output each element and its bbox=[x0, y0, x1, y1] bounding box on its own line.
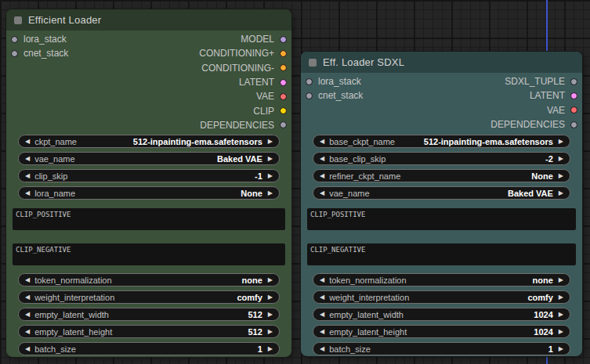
increment-arrow-icon[interactable]: ▶ bbox=[268, 139, 273, 145]
decrement-arrow-icon[interactable]: ◀ bbox=[25, 277, 30, 283]
output-port-dot[interactable] bbox=[280, 121, 287, 128]
widget-label: batch_size bbox=[34, 344, 76, 354]
clip-negative-textarea[interactable]: CLIP_NEGATIVE bbox=[307, 243, 576, 265]
output-port-dot[interactable] bbox=[280, 64, 287, 71]
graph-canvas[interactable]: Efficient Loader lora_stack cnet_stack M… bbox=[0, 0, 590, 364]
widget-base-clip-skip[interactable]: ◀ base_clip_skip -2 ▶ bbox=[313, 152, 570, 165]
output-port-dot[interactable] bbox=[280, 79, 287, 86]
widget-label: lora_name bbox=[34, 189, 75, 198]
widget-ckpt-name[interactable]: ◀ ckpt_name 512-inpainting-ema.safetenso… bbox=[18, 135, 280, 148]
increment-arrow-icon[interactable]: ▶ bbox=[559, 312, 563, 318]
input-slot: lora_stack bbox=[11, 32, 68, 46]
output-slot: VAE bbox=[490, 103, 577, 117]
widget-value: Baked VAE bbox=[217, 154, 262, 164]
widget-base-ckpt-name[interactable]: ◀ base_ckpt_name 512-inpainting-ema.safe… bbox=[313, 135, 570, 148]
decrement-arrow-icon[interactable]: ◀ bbox=[25, 173, 30, 179]
decrement-arrow-icon[interactable]: ◀ bbox=[25, 156, 30, 162]
input-slot: cnet_stack bbox=[11, 46, 68, 60]
decrement-arrow-icon[interactable]: ◀ bbox=[320, 173, 324, 179]
widget-empty-latent-width[interactable]: ◀ empty_latent_width 1024 ▶ bbox=[313, 308, 570, 321]
increment-arrow-icon[interactable]: ▶ bbox=[559, 190, 563, 196]
increment-arrow-icon[interactable]: ▶ bbox=[268, 190, 273, 196]
collapse-box-icon[interactable] bbox=[309, 59, 317, 67]
slot-label: CONDITIONING- bbox=[201, 63, 274, 74]
collapse-box-icon[interactable] bbox=[14, 16, 22, 24]
output-slot: DEPENDENCIES bbox=[199, 118, 287, 132]
increment-arrow-icon[interactable]: ▶ bbox=[268, 156, 273, 162]
output-port-dot[interactable] bbox=[280, 50, 287, 57]
output-port-dot[interactable] bbox=[570, 92, 577, 99]
increment-arrow-icon[interactable]: ▶ bbox=[559, 156, 563, 162]
input-port-dot[interactable] bbox=[11, 50, 18, 57]
widget-vae-name[interactable]: ◀ vae_name Baked VAE ▶ bbox=[18, 152, 280, 165]
decrement-arrow-icon[interactable]: ◀ bbox=[25, 294, 30, 301]
decrement-arrow-icon[interactable]: ◀ bbox=[320, 312, 324, 318]
widget-weight-interpretation[interactable]: ◀ weight_interpretation comfy ▶ bbox=[18, 290, 280, 304]
decrement-arrow-icon[interactable]: ◀ bbox=[320, 190, 324, 196]
increment-arrow-icon[interactable]: ▶ bbox=[268, 346, 273, 352]
increment-arrow-icon[interactable]: ▶ bbox=[268, 173, 273, 179]
widget-clip-skip[interactable]: ◀ clip_skip -1 ▶ bbox=[18, 169, 280, 182]
decrement-arrow-icon[interactable]: ◀ bbox=[320, 139, 324, 145]
output-port-dot[interactable] bbox=[280, 107, 287, 114]
widget-value: -2 bbox=[545, 154, 553, 164]
widget-label: base_clip_skip bbox=[329, 154, 385, 164]
decrement-arrow-icon[interactable]: ◀ bbox=[25, 190, 30, 196]
clip-positive-textarea[interactable]: CLIP_POSITIVE bbox=[307, 208, 576, 230]
decrement-arrow-icon[interactable]: ◀ bbox=[320, 277, 324, 283]
input-slots: lora_stack cnet_stack bbox=[11, 32, 68, 61]
output-port-dot[interactable] bbox=[570, 106, 577, 114]
increment-arrow-icon[interactable]: ▶ bbox=[559, 277, 563, 283]
increment-arrow-icon[interactable]: ▶ bbox=[559, 139, 563, 145]
decrement-arrow-icon[interactable]: ◀ bbox=[320, 294, 324, 301]
output-slot: DEPENDENCIES bbox=[490, 117, 577, 132]
decrement-arrow-icon[interactable]: ◀ bbox=[320, 346, 324, 352]
input-port-dot[interactable] bbox=[306, 78, 313, 85]
decrement-arrow-icon[interactable]: ◀ bbox=[25, 312, 30, 318]
widget-empty-latent-width[interactable]: ◀ empty_latent_width 512 ▶ bbox=[18, 308, 280, 321]
decrement-arrow-icon[interactable]: ◀ bbox=[25, 329, 30, 335]
output-slot: CONDITIONING- bbox=[199, 61, 287, 75]
decrement-arrow-icon[interactable]: ◀ bbox=[25, 139, 30, 145]
clip-negative-textarea[interactable]: CLIP_NEGATIVE bbox=[13, 243, 285, 265]
increment-arrow-icon[interactable]: ▶ bbox=[268, 329, 273, 335]
widget-lora-name[interactable]: ◀ lora_name None ▶ bbox=[18, 186, 280, 200]
widget-refiner-ckpt-name[interactable]: ◀ refiner_ckpt_name None ▶ bbox=[313, 169, 570, 182]
output-slot: LATENT bbox=[199, 75, 287, 89]
node-titlebar[interactable]: Efficient Loader bbox=[6, 9, 291, 31]
widget-batch-size[interactable]: ◀ batch_size 1 ▶ bbox=[313, 342, 570, 355]
widget-label: empty_latent_width bbox=[329, 310, 404, 319]
increment-arrow-icon[interactable]: ▶ bbox=[559, 294, 563, 301]
output-port-dot[interactable] bbox=[280, 93, 287, 100]
decrement-arrow-icon[interactable]: ◀ bbox=[320, 329, 324, 335]
widget-value: None bbox=[531, 171, 553, 181]
clip-positive-textarea[interactable]: CLIP_POSITIVE bbox=[13, 208, 285, 230]
decrement-arrow-icon[interactable]: ◀ bbox=[25, 346, 30, 352]
node-efficient-loader[interactable]: Efficient Loader lora_stack cnet_stack M… bbox=[5, 9, 292, 358]
decrement-arrow-icon[interactable]: ◀ bbox=[320, 156, 324, 162]
widget-empty-latent-height[interactable]: ◀ empty_latent_height 512 ▶ bbox=[18, 325, 280, 338]
output-slot: CONDITIONING+ bbox=[199, 46, 287, 60]
increment-arrow-icon[interactable]: ▶ bbox=[559, 173, 563, 179]
widgets-area: ◀ base_ckpt_name 512-inpainting-ema.safe… bbox=[301, 135, 582, 359]
output-port-dot[interactable] bbox=[570, 121, 577, 128]
input-port-dot[interactable] bbox=[11, 36, 18, 43]
widget-vae-name[interactable]: ◀ vae_name Baked VAE ▶ bbox=[313, 186, 570, 200]
increment-arrow-icon[interactable]: ▶ bbox=[559, 346, 563, 352]
widget-token-normalization[interactable]: ◀ token_normalization none ▶ bbox=[18, 273, 280, 287]
input-slots: lora_stack cnet_stack bbox=[306, 74, 363, 103]
node-eff-loader-sdxl[interactable]: Eff. Loader SDXL lora_stack cnet_stack S… bbox=[300, 51, 583, 357]
increment-arrow-icon[interactable]: ▶ bbox=[268, 294, 273, 301]
output-port-dot[interactable] bbox=[570, 78, 577, 85]
widget-weight-interpretation[interactable]: ◀ weight_interpretation comfy ▶ bbox=[313, 290, 570, 304]
widget-batch-size[interactable]: ◀ batch_size 1 ▶ bbox=[18, 342, 280, 355]
node-titlebar[interactable]: Eff. Loader SDXL bbox=[301, 52, 582, 73]
widget-token-normalization[interactable]: ◀ token_normalization none ▶ bbox=[313, 273, 570, 287]
increment-arrow-icon[interactable]: ▶ bbox=[268, 312, 273, 318]
output-port-dot[interactable] bbox=[280, 36, 287, 43]
input-port-dot[interactable] bbox=[306, 92, 313, 99]
increment-arrow-icon[interactable]: ▶ bbox=[559, 329, 563, 335]
widget-empty-latent-height[interactable]: ◀ empty_latent_height 1024 ▶ bbox=[313, 325, 570, 338]
increment-arrow-icon[interactable]: ▶ bbox=[268, 277, 273, 283]
widget-label: ckpt_name bbox=[34, 137, 77, 146]
